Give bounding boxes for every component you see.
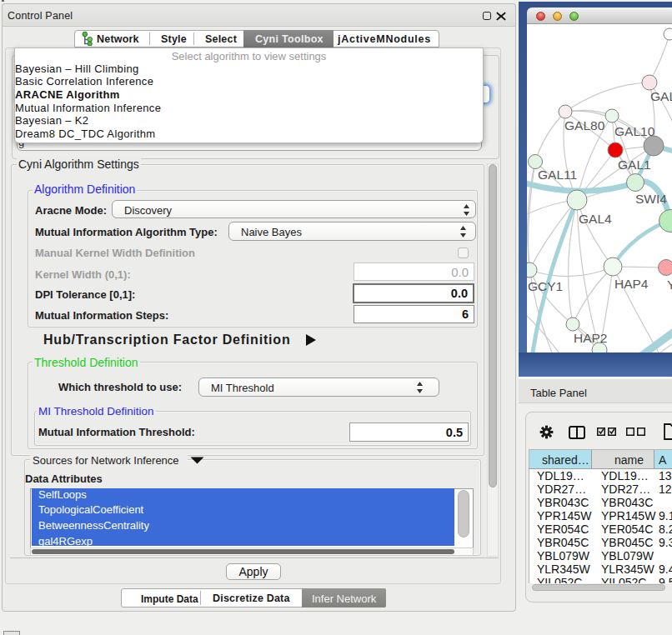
svg-text:GAL10: GAL10: [614, 124, 655, 138]
svg-text:HAP4: HAP4: [614, 277, 649, 291]
svg-text:GAL1: GAL1: [618, 158, 651, 172]
svg-text:YD: YD: [667, 278, 672, 292]
svg-text:SWI4: SWI4: [635, 192, 667, 206]
svg-text:GCY1: GCY1: [528, 279, 563, 293]
svg-text:GAL4: GAL4: [579, 212, 612, 226]
svg-text:GAL2: GAL2: [650, 89, 672, 103]
svg-text:HAP2: HAP2: [574, 331, 608, 345]
svg-text:GAL11: GAL11: [538, 168, 577, 182]
svg-text:GAL80: GAL80: [564, 118, 605, 132]
